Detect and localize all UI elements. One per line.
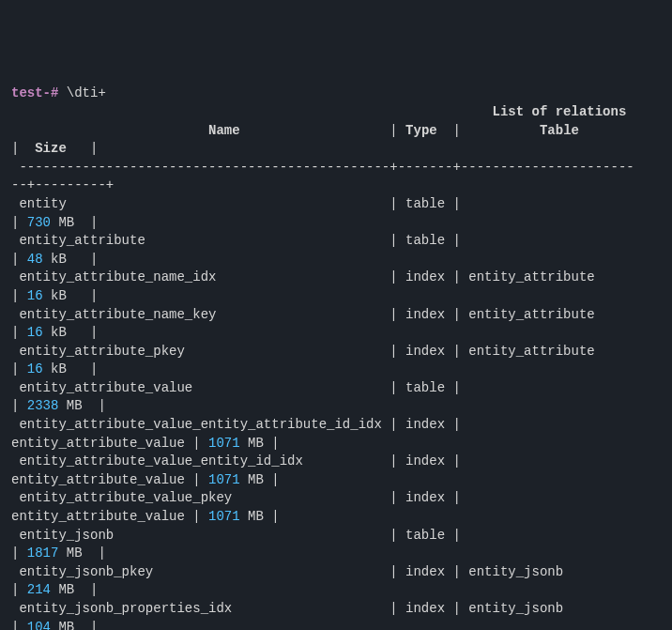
terminal-output: test-# \dti+ List of relations Name | Ty… [11, 85, 661, 630]
